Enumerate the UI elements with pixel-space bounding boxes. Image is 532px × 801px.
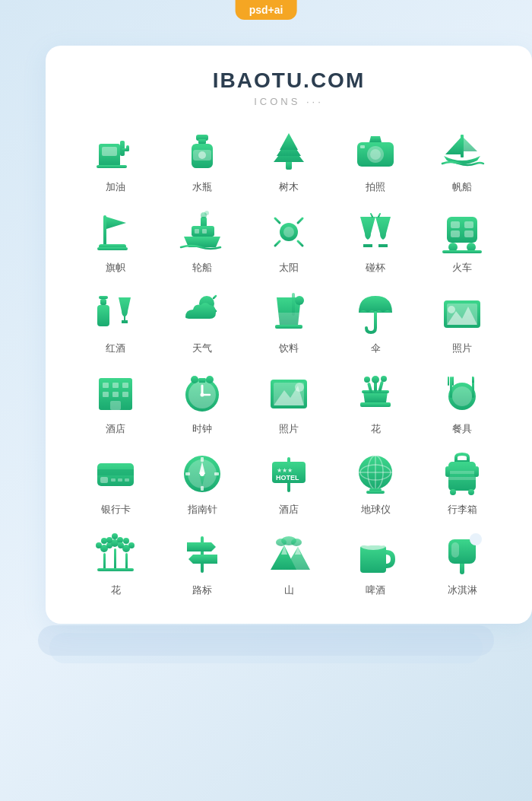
icon-item-camera: 拍照 <box>336 129 415 194</box>
icon-item-umbrella: 伞 <box>336 290 415 355</box>
svg-rect-99 <box>448 377 449 386</box>
svg-rect-137 <box>125 553 128 570</box>
svg-rect-133 <box>445 466 450 477</box>
svg-point-116 <box>200 472 204 476</box>
svg-rect-7 <box>198 139 206 144</box>
svg-point-163 <box>377 539 386 546</box>
icon-label-flower-pot: 花 <box>371 422 381 436</box>
icon-item-compass: 指南针 <box>163 451 242 517</box>
clock-icon <box>179 370 225 416</box>
icon-label-drink: 饮料 <box>279 342 299 355</box>
flowers-icon <box>93 532 138 577</box>
icon-label-luggage: 行李箱 <box>448 503 477 517</box>
icon-item-toast: 碰杯 <box>336 209 415 275</box>
svg-rect-110 <box>201 457 204 462</box>
svg-rect-45 <box>451 221 460 228</box>
svg-point-78 <box>191 376 198 383</box>
svg-point-148 <box>128 542 135 548</box>
flower-pot-icon <box>353 370 398 416</box>
icon-label-hotel-sign: 酒店 <box>279 503 299 517</box>
svg-rect-106 <box>118 478 122 482</box>
svg-rect-47 <box>451 230 460 237</box>
camera-icon <box>353 129 398 174</box>
svg-point-95 <box>381 376 387 382</box>
svg-marker-21 <box>464 138 477 151</box>
icon-label-gas: 加油 <box>106 180 125 194</box>
icon-label-mountain: 山 <box>284 583 294 597</box>
icon-label-bottle: 水瓶 <box>192 180 212 194</box>
sun-icon <box>266 209 312 255</box>
svg-rect-46 <box>464 221 473 228</box>
svg-rect-70 <box>112 383 119 388</box>
svg-rect-18 <box>360 145 365 148</box>
icon-label-weather: 天气 <box>192 342 212 355</box>
beer-icon <box>353 532 398 577</box>
svg-point-62 <box>295 296 304 305</box>
svg-rect-80 <box>199 378 205 383</box>
icon-item-water-bottle: 水瓶 <box>163 129 242 194</box>
svg-point-131 <box>450 489 456 495</box>
svg-rect-104 <box>100 477 108 483</box>
ice-cream-icon <box>439 532 485 577</box>
svg-line-37 <box>298 218 302 223</box>
icon-item-hotel-building: 酒店 <box>76 370 155 436</box>
svg-point-147 <box>118 542 124 548</box>
icon-label-compass: 指南针 <box>188 503 217 517</box>
icon-label-train: 火车 <box>452 261 472 275</box>
cutlery-icon <box>439 370 485 416</box>
svg-text:HOTEL: HOTEL <box>276 474 299 482</box>
photo-icon <box>439 290 485 335</box>
svg-rect-54 <box>97 305 109 326</box>
wine-icon <box>93 290 138 335</box>
icon-label-clock: 时钟 <box>192 422 212 436</box>
train-icon <box>439 209 485 255</box>
icon-label-cutlery: 餐具 <box>452 422 472 436</box>
icon-label-flowers: 花 <box>111 583 121 597</box>
svg-rect-112 <box>185 472 190 475</box>
icon-label-ship: 轮船 <box>192 261 212 275</box>
svg-point-83 <box>201 393 204 397</box>
icon-item-flag: 旗帜 <box>76 209 155 275</box>
icon-item-wine: 红酒 <box>76 290 155 355</box>
icon-label-credit-card: 银行卡 <box>101 503 131 517</box>
svg-rect-69 <box>103 383 109 388</box>
icon-item-signpost: 路标 <box>163 532 242 597</box>
svg-point-27 <box>204 211 209 215</box>
icon-item-mountain: 山 <box>249 532 328 597</box>
signpost-icon <box>179 532 225 577</box>
svg-rect-135 <box>103 553 106 570</box>
svg-marker-20 <box>445 136 462 154</box>
svg-rect-4 <box>126 145 129 151</box>
icon-item-clock: 时钟 <box>163 370 242 436</box>
top-badge: psd+ai <box>236 0 297 20</box>
photo2-icon <box>266 370 312 416</box>
svg-point-132 <box>468 489 474 495</box>
icon-item-train: 火车 <box>423 209 502 275</box>
svg-rect-5 <box>97 165 127 168</box>
svg-point-40 <box>283 227 294 237</box>
svg-point-153 <box>276 539 287 546</box>
icon-label-flag: 旗帜 <box>106 261 125 275</box>
compass-icon <box>179 451 225 497</box>
flag-icon <box>93 209 138 255</box>
svg-point-17 <box>370 149 381 160</box>
svg-rect-44 <box>447 217 477 243</box>
icon-item-gas-station: 加油 <box>76 129 155 194</box>
svg-rect-24 <box>97 247 128 250</box>
hotel-sign-icon: ★★★ HOTEL <box>266 451 312 497</box>
svg-line-43 <box>378 214 380 217</box>
ship-icon <box>179 209 225 255</box>
svg-rect-51 <box>442 250 482 253</box>
svg-point-10 <box>198 151 206 159</box>
icon-item-luggage: 行李箱 <box>423 451 502 517</box>
svg-rect-130 <box>448 477 476 480</box>
icon-label-photo: 照片 <box>452 342 472 355</box>
svg-rect-52 <box>99 296 108 299</box>
svg-rect-75 <box>110 401 121 410</box>
icon-item-ice-cream: 冰淇淋 <box>423 532 502 597</box>
main-card: IBAOTU.COM ICONS ··· <box>46 46 532 624</box>
svg-point-145 <box>112 533 118 539</box>
svg-point-94 <box>364 377 370 383</box>
icon-label-camera: 拍照 <box>366 180 385 194</box>
card-header: IBAOTU.COM ICONS ··· <box>76 68 502 107</box>
